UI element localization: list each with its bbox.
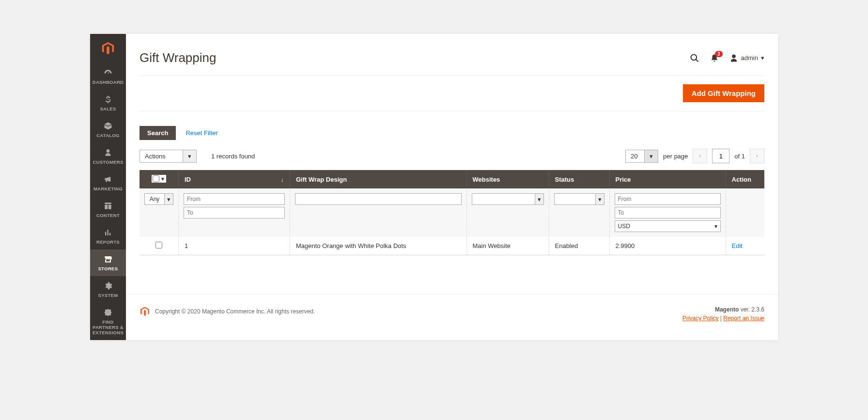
nav-dashboard[interactable]: DASHBOARD — [90, 63, 126, 90]
gauge-icon — [104, 68, 112, 78]
nav-reports[interactable]: REPORTS — [90, 223, 126, 249]
prev-page-button[interactable] — [693, 149, 707, 163]
nav-marketing[interactable]: MARKETING — [90, 170, 126, 196]
layout-icon — [104, 201, 112, 211]
dollar-icon — [104, 94, 112, 104]
filter-any-select[interactable]: Any ▾ — [144, 193, 173, 205]
nav-label: DASHBOARD — [93, 79, 124, 85]
nav-label: FIND PARTNERS & EXTENSIONS — [91, 319, 125, 335]
col-header-price[interactable]: Price — [609, 170, 726, 188]
page-input[interactable] — [712, 149, 729, 163]
sidebar: DASHBOARD SALES CATALOG CUSTOMERS MARKET… — [90, 34, 126, 340]
search-icon[interactable] — [690, 53, 699, 63]
mass-actions-select[interactable]: Actions ▾ — [140, 150, 197, 163]
product-version: ver. 2.3.6 — [739, 306, 764, 313]
copyright-text: Copyright © 2020 Magento Commerce Inc. A… — [155, 308, 315, 315]
megaphone-icon — [104, 174, 112, 184]
select-all-checkbox[interactable] — [153, 175, 159, 182]
svg-point-0 — [691, 54, 697, 60]
chart-icon — [104, 228, 112, 237]
filter-price-to[interactable] — [615, 207, 721, 218]
page-of-label: of 1 — [734, 153, 745, 160]
reset-filter-link[interactable]: Reset Filter — [186, 129, 217, 137]
nav-partners[interactable]: FIND PARTNERS & EXTENSIONS — [90, 303, 126, 340]
svg-line-1 — [696, 59, 698, 62]
magento-logo-icon — [140, 306, 150, 317]
col-header-id[interactable]: ID↓ — [179, 170, 290, 188]
edit-link[interactable]: Edit — [732, 242, 743, 249]
filter-price-from[interactable] — [615, 193, 721, 205]
chevron-down-icon: ▾ — [761, 54, 764, 62]
chevron-down-icon: ▾ — [596, 193, 604, 205]
nav-label: REPORTS — [96, 239, 120, 245]
gear-icon — [104, 281, 112, 291]
actions-select-label: Actions — [140, 150, 183, 163]
filter-websites-select[interactable]: ▾ — [472, 193, 544, 205]
nav-system[interactable]: SYSTEM — [90, 276, 126, 303]
nav-label: CATALOG — [96, 133, 120, 138]
col-header-checkbox[interactable]: ▼ — [140, 170, 179, 188]
store-icon — [104, 254, 112, 264]
nav-catalog[interactable]: CATALOG — [90, 116, 126, 143]
notif-badge: 3 — [715, 51, 723, 57]
box-icon — [104, 121, 112, 131]
row-checkbox[interactable] — [155, 242, 162, 249]
gift-wrap-grid: ▼ ID↓ Gift Wrap Design Websites Status P… — [140, 170, 764, 255]
page-size-value: 20 — [625, 150, 645, 163]
chevron-down-icon: ▾ — [645, 150, 658, 163]
add-gift-wrapping-button[interactable]: Add Gift Wrapping — [683, 84, 764, 102]
puzzle-icon — [104, 308, 112, 317]
chevron-down-icon: ▾ — [714, 223, 717, 230]
chevron-down-icon: ▾ — [165, 193, 173, 205]
nav-customers[interactable]: CUSTOMERS — [90, 143, 126, 170]
product-name: Magento — [715, 306, 739, 313]
nav-sales[interactable]: SALES — [90, 90, 126, 116]
filter-currency-select[interactable]: USD ▾ — [615, 220, 721, 232]
filter-status-select[interactable]: ▾ — [554, 193, 604, 205]
nav-label: CONTENT — [96, 213, 120, 218]
next-page-button[interactable] — [750, 149, 764, 163]
col-header-design[interactable]: Gift Wrap Design — [290, 170, 467, 188]
person-icon — [104, 148, 112, 157]
records-found: 1 records found — [211, 153, 255, 160]
privacy-link[interactable]: Privacy Policy — [682, 315, 719, 322]
col-header-action: Action — [726, 170, 764, 188]
nav-label: CUSTOMERS — [93, 159, 123, 165]
magento-logo[interactable] — [90, 34, 126, 63]
sort-arrow-icon: ↓ — [281, 176, 284, 183]
filter-id-from[interactable] — [184, 193, 285, 205]
nav-label: SYSTEM — [98, 293, 118, 298]
nav-label: STORES — [98, 266, 118, 271]
user-name: admin — [741, 54, 758, 62]
table-row[interactable]: 1 Magento Orange with White Polka Dots M… — [140, 237, 764, 255]
per-page-label: per page — [663, 153, 688, 160]
chevron-down-icon: ▾ — [183, 150, 197, 163]
chevron-down-icon: ▾ — [535, 193, 544, 205]
cell-status: Enabled — [549, 237, 609, 255]
cell-design: Magento Orange with White Polka Dots — [290, 237, 467, 255]
nav-content[interactable]: CONTENT — [90, 196, 126, 223]
cell-id: 1 — [179, 237, 290, 255]
page-size-select[interactable]: 20 ▾ — [625, 150, 658, 163]
filter-design[interactable] — [295, 193, 462, 205]
col-header-status[interactable]: Status — [549, 170, 609, 188]
notifications-icon[interactable]: 3 — [710, 53, 719, 63]
nav-label: SALES — [100, 106, 116, 111]
nav-label: MARKETING — [93, 186, 123, 191]
report-issue-link[interactable]: Report an Issue — [723, 315, 764, 322]
cell-price: 2.9900 — [609, 237, 726, 255]
user-menu[interactable]: admin ▾ — [729, 54, 764, 62]
user-icon — [729, 54, 738, 62]
search-button[interactable]: Search — [140, 126, 176, 140]
col-header-websites[interactable]: Websites — [466, 170, 549, 188]
nav-stores[interactable]: STORES — [90, 249, 126, 276]
page-title: Gift Wrapping — [140, 50, 216, 65]
filter-id-to[interactable] — [184, 207, 285, 218]
cell-websites: Main Website — [466, 237, 549, 255]
